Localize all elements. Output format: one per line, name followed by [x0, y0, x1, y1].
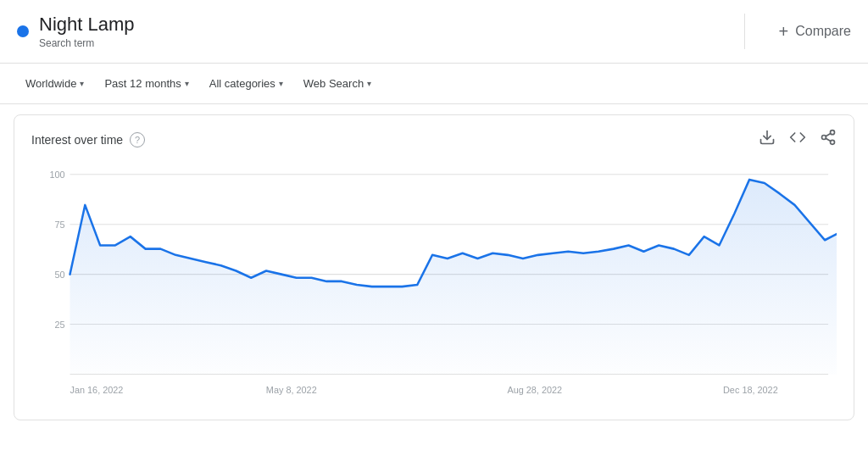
- svg-text:25: 25: [54, 320, 64, 330]
- svg-line-4: [826, 139, 831, 142]
- search-type-chevron-icon: ▾: [367, 79, 371, 88]
- filters-bar: Worldwide ▾ Past 12 months ▾ All categor…: [0, 64, 868, 104]
- svg-text:75: 75: [54, 220, 64, 230]
- header-section: Night Lamp Search term + Compare: [0, 0, 868, 64]
- chart-title-area: Interest over time ?: [31, 132, 145, 147]
- search-type-label: Web Search: [303, 77, 364, 90]
- region-filter[interactable]: Worldwide ▾: [17, 72, 92, 95]
- svg-text:May 8, 2022: May 8, 2022: [266, 385, 317, 395]
- search-term-block: Night Lamp Search term: [17, 14, 745, 49]
- term-text: Night Lamp Search term: [39, 14, 135, 49]
- chart-header: Interest over time ?: [31, 129, 837, 150]
- compare-label[interactable]: Compare: [795, 24, 851, 39]
- svg-text:Dec 18, 2022: Dec 18, 2022: [723, 385, 778, 395]
- interest-chart: 100 75 50 25 Jan 16, 2022 May 8, 2022 Au…: [31, 157, 837, 411]
- time-range-chevron-icon: ▾: [185, 79, 189, 88]
- chart-section: Interest over time ?: [14, 114, 854, 420]
- region-chevron-icon: ▾: [80, 79, 84, 88]
- region-label: Worldwide: [25, 77, 76, 90]
- svg-text:50: 50: [54, 270, 64, 280]
- category-label: All categories: [209, 77, 275, 90]
- svg-marker-15: [70, 180, 837, 375]
- time-range-label: Past 12 months: [104, 77, 181, 90]
- help-icon[interactable]: ?: [130, 132, 145, 147]
- embed-icon[interactable]: [789, 129, 806, 150]
- category-chevron-icon: ▾: [279, 79, 283, 88]
- chart-actions: [759, 129, 837, 150]
- svg-text:Aug 28, 2022: Aug 28, 2022: [507, 385, 562, 395]
- chart-wrapper: 100 75 50 25 Jan 16, 2022 May 8, 2022 Au…: [31, 157, 837, 411]
- chart-title: Interest over time: [31, 133, 123, 147]
- search-type-filter[interactable]: Web Search ▾: [295, 72, 380, 95]
- search-term-heading: Night Lamp: [39, 14, 135, 36]
- category-filter[interactable]: All categories ▾: [201, 72, 292, 95]
- term-color-dot: [17, 25, 29, 37]
- download-icon[interactable]: [759, 129, 776, 150]
- share-icon[interactable]: [820, 129, 837, 150]
- time-range-filter[interactable]: Past 12 months ▾: [96, 72, 197, 95]
- search-term-label: Search term: [39, 37, 94, 49]
- compare-block[interactable]: + Compare: [745, 22, 852, 42]
- svg-text:100: 100: [49, 170, 64, 180]
- plus-icon: +: [779, 22, 789, 42]
- svg-text:Jan 16, 2022: Jan 16, 2022: [70, 385, 124, 395]
- svg-line-5: [826, 134, 831, 136]
